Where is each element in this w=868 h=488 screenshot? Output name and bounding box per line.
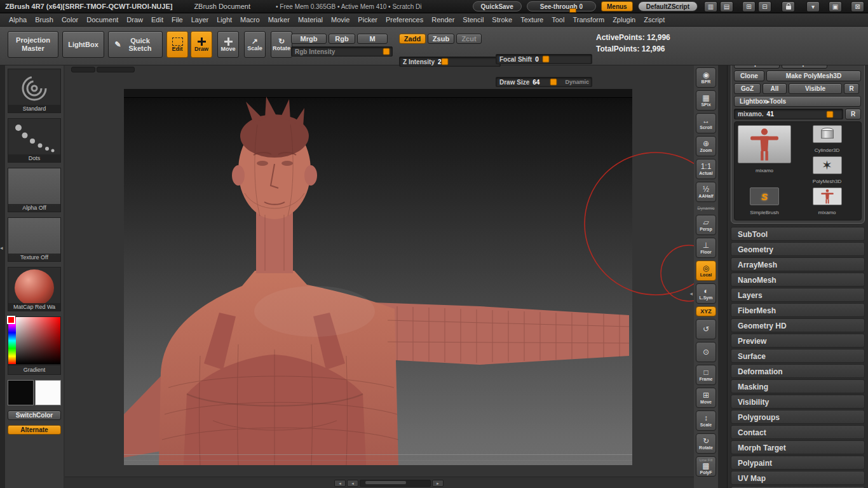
- alpha-selector[interactable]: Alpha Off: [8, 168, 61, 212]
- tool-section-row[interactable]: Morph Target: [731, 440, 865, 454]
- secondary-color-swatch[interactable]: [35, 380, 61, 405]
- close-icon[interactable]: ⊠: [851, 1, 864, 12]
- lightbox-button[interactable]: LightBox: [62, 31, 104, 58]
- restore-icon[interactable]: ▣: [829, 1, 842, 12]
- tool-section-row[interactable]: Preview: [731, 334, 865, 348]
- gizmo-rotate-icon[interactable]: ↻ Rotate: [696, 433, 716, 454]
- tool-r-button[interactable]: R: [845, 109, 861, 119]
- lightbox-tools-button[interactable]: Lightbox▸Tools: [734, 96, 861, 107]
- left-collapse-arrow[interactable]: ◂: [0, 245, 3, 251]
- goz-all-button[interactable]: All: [763, 83, 787, 94]
- add-palette-icon[interactable]: ⊞: [742, 1, 756, 12]
- alternate-button[interactable]: Alternate: [8, 425, 61, 435]
- tool-section-row[interactable]: Polygroups: [731, 410, 865, 424]
- tool-section-row[interactable]: Surface: [731, 349, 865, 363]
- clone-button[interactable]: Clone: [734, 71, 764, 81]
- scroll-right-icon[interactable]: ►: [432, 480, 444, 487]
- menu-item[interactable]: Render: [431, 16, 454, 24]
- menus-button[interactable]: Menus: [601, 1, 633, 11]
- menu-item[interactable]: Brush: [35, 16, 53, 24]
- aahalf-icon[interactable]: ½ AAHalf: [696, 182, 716, 202]
- edit-button[interactable]: Edit: [166, 31, 188, 58]
- zadd-button[interactable]: Zadd: [399, 34, 426, 44]
- menu-item[interactable]: Edit: [151, 16, 163, 24]
- focal-shift-slider[interactable]: Focal Shift 0: [496, 54, 592, 64]
- tool-section-row[interactable]: UV Map: [731, 471, 865, 485]
- tool-thumbnail-simplebrush[interactable]: S SimpleBrush: [738, 187, 791, 217]
- zoom-icon[interactable]: ⊕ Zoom: [696, 136, 716, 156]
- tool-section-row[interactable]: Contact: [731, 425, 865, 439]
- local-symmetry-icon[interactable]: ◐ L.Sym: [696, 283, 716, 304]
- main-color-swatch[interactable]: [8, 380, 34, 405]
- tool-section-row[interactable]: Polypaint: [731, 456, 865, 470]
- tool-section-row[interactable]: NanoMesh: [731, 273, 865, 287]
- menu-item[interactable]: Document: [86, 16, 118, 24]
- tool-section-row[interactable]: Geometry HD: [731, 318, 865, 332]
- menu-item[interactable]: Picker: [358, 16, 377, 24]
- tool-section-row[interactable]: SubTool: [731, 227, 865, 241]
- right-collapse-arrow[interactable]: ◂: [689, 291, 693, 297]
- menu-item[interactable]: Stroke: [492, 16, 512, 24]
- dynamic-persp-icon[interactable]: Dynamic: [696, 205, 716, 212]
- z-intensity-slider[interactable]: Z Intensity 25: [399, 57, 501, 67]
- pivot-icon[interactable]: ⊙: [696, 342, 716, 362]
- menu-item[interactable]: Draw: [126, 16, 143, 24]
- tool-section-row[interactable]: Visibility: [731, 395, 865, 409]
- perspective-icon[interactable]: ▱ Persp: [696, 215, 716, 235]
- tool-section-row[interactable]: Masking: [731, 379, 865, 393]
- tool-thumbnail-cylinder3d[interactable]: Cylinder3D: [796, 125, 858, 154]
- gradient-color-picker[interactable]: [8, 316, 61, 365]
- frame-mesh-icon[interactable]: □ Frame: [696, 365, 716, 385]
- projection-master-button[interactable]: Projection Master: [8, 31, 58, 58]
- goz-visible-button[interactable]: Visible: [789, 83, 842, 94]
- texture-selector[interactable]: Texture Off: [8, 217, 61, 262]
- menu-item[interactable]: Preferences: [386, 16, 423, 24]
- gradient-button[interactable]: Gradient: [8, 365, 61, 375]
- menu-item[interactable]: File: [172, 16, 183, 24]
- menu-item[interactable]: Stencil: [463, 16, 484, 24]
- xyz-symmetry-icon[interactable]: XYZ: [696, 306, 716, 316]
- material-selector[interactable]: MatCap Red Wa: [8, 267, 61, 311]
- hue-strip[interactable]: [8, 317, 16, 364]
- quicksave-button[interactable]: QuickSave: [473, 1, 522, 11]
- stroke-selector[interactable]: Dots: [8, 118, 61, 163]
- tool-thumbnail-mixamo-small[interactable]: mixamo: [796, 187, 858, 217]
- tool-thumbnail-polymesh3d[interactable]: ✶ PolyMesh3D: [796, 156, 858, 186]
- tool-section-row[interactable]: ArrayMesh: [731, 257, 865, 271]
- see-through-slider[interactable]: See-through 0: [527, 1, 596, 11]
- menu-item[interactable]: Material: [298, 16, 323, 24]
- gizmo-move-icon[interactable]: ⊞ Move: [696, 388, 716, 408]
- brush-pages-icon[interactable]: ▥: [704, 1, 717, 12]
- tool-section-row[interactable]: Layers: [731, 288, 865, 302]
- rgb-button[interactable]: Rgb: [329, 34, 355, 44]
- zbrush-document[interactable]: [124, 89, 632, 465]
- zsub-button[interactable]: Zsub: [428, 34, 454, 44]
- floor-grid-icon[interactable]: ⊥ Floor: [696, 238, 716, 258]
- move-button[interactable]: Move: [217, 31, 239, 58]
- current-tool-thumbnail[interactable]: mixamo: [738, 125, 791, 186]
- saturation-value-box[interactable]: [16, 317, 60, 364]
- scrollbar-thumb[interactable]: [365, 481, 406, 484]
- menu-item[interactable]: Color: [62, 16, 78, 24]
- polyframe-icon[interactable]: Line Fill ▩ PolyF: [696, 456, 716, 477]
- menu-item[interactable]: Movie: [331, 16, 349, 24]
- menu-item[interactable]: Texture: [520, 16, 543, 24]
- menu-item[interactable]: Layer: [191, 16, 209, 24]
- rgb-intensity-handle[interactable]: [383, 48, 390, 55]
- tool-section-row[interactable]: FiberMesh: [731, 303, 865, 317]
- rotate-canvas-icon[interactable]: ↺: [696, 319, 716, 339]
- local-pivot-icon[interactable]: ◎ Local: [696, 261, 716, 281]
- rotate-button[interactable]: ↻ Rotate: [271, 31, 292, 58]
- quick-sketch-button[interactable]: ✎ Quick Sketch: [108, 31, 163, 58]
- doc-pages-icon[interactable]: ▤: [720, 1, 733, 12]
- scale-button[interactable]: ↗ Scale: [244, 31, 266, 58]
- goz-button[interactable]: GoZ: [734, 83, 761, 94]
- switchcolor-button[interactable]: SwitchColor: [8, 410, 61, 420]
- menu-item[interactable]: Alpha: [9, 16, 27, 24]
- scroll-left-icon[interactable]: ◄: [347, 480, 358, 487]
- scroll-icon[interactable]: ↔ Scroll: [696, 113, 716, 133]
- menu-item[interactable]: Macro: [240, 16, 260, 24]
- actual-size-icon[interactable]: 1:1 Actual: [696, 159, 716, 179]
- make-polymesh3d-button[interactable]: Make PolyMesh3D: [766, 71, 861, 81]
- lock-icon[interactable]: [782, 1, 795, 12]
